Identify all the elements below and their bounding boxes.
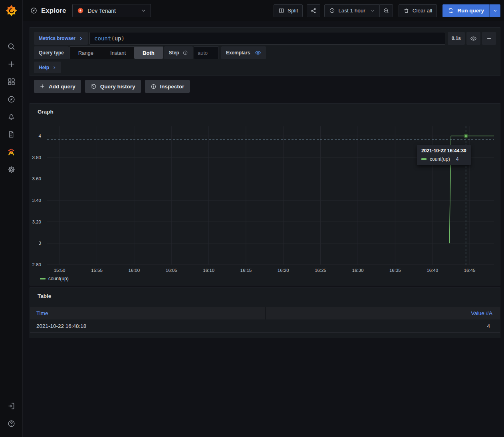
sign-in-icon [7,402,16,410]
step-label: Step [164,46,193,59]
table-cell-value: 4 [265,323,500,329]
clear-all-label: Clear all [413,8,433,14]
sync-icon [448,8,454,14]
svg-text:3: 3 [39,241,41,245]
table-header-row: Time Value #A [30,307,500,319]
help-circle-icon [7,419,16,428]
query-editor-panel: Metrics browser count(up) 0.1s [30,27,500,76]
page-title: Explore [41,7,66,15]
datasource-picker[interactable]: Dev Tenant [72,4,151,17]
query-expression-input[interactable]: count(up) [89,32,445,45]
split-button[interactable]: Split [274,4,303,17]
sidebar-item-dashboards[interactable] [3,74,19,90]
query-history-button[interactable]: Query history [85,80,141,93]
metrics-browser-button[interactable]: Metrics browser [34,32,88,45]
share-icon [310,8,317,14]
table-row: 2021-10-22 16:48:18 4 [30,319,500,333]
sidebar-item-help[interactable] [3,415,19,431]
query-paren-token: ) [121,35,125,42]
query-type-label: Query type [34,46,69,59]
query-row: Metrics browser count(up) 0.1s [34,32,496,45]
trash-icon [403,8,409,14]
exemplars-toggle: Exemplars [221,46,266,59]
svg-text:3.80: 3.80 [32,155,41,160]
graph-legend-item[interactable]: count(up) [40,276,69,281]
info-circle-icon [183,50,188,56]
split-label: Split [288,8,298,14]
svg-text:3.60: 3.60 [32,176,41,181]
clock-icon [329,8,335,14]
add-query-label: Add query [49,84,75,90]
table-panel-title: Table [38,293,51,299]
inspector-button[interactable]: Inspector [145,80,190,93]
query-type-both[interactable]: Both [134,47,163,59]
chevron-right-icon [79,36,83,41]
remove-query-button[interactable] [482,32,496,45]
sidebar-item-sign-in[interactable] [3,398,19,414]
plus-icon [7,60,16,68]
svg-text:16:40: 16:40 [427,268,438,273]
query-paren-token: ( [111,35,114,42]
table-header-value[interactable]: Value #A [266,307,500,319]
query-function-token: count [94,35,111,42]
time-range-picker[interactable]: Last 1 hour [324,4,380,17]
explore-compass-icon [7,95,16,104]
legend-series-label: count(up) [48,276,69,281]
explore-compass-icon [30,7,38,14]
table-panel: Table Time Value #A 2021-10-22 16:48:18 … [30,287,500,338]
sidebar-item-explore[interactable] [3,91,19,107]
grafana-explore-app: Explore Dev Tenant Split [0,0,504,437]
sidebar-item-docs[interactable] [3,126,19,142]
settings-gear-icon [7,166,16,174]
run-query-label: Run query [457,8,484,14]
time-controls: Last 1 hour [324,4,393,17]
query-elapsed-time: 0.1s [448,32,465,45]
clear-all-button[interactable]: Clear all [399,4,437,17]
sidebar-item-mimir[interactable] [3,144,19,160]
exemplars-label-text: Exemplars [226,50,250,56]
table-cell-time: 2021-10-22 16:48:18 [30,323,265,329]
svg-text:16:45: 16:45 [464,268,476,273]
query-type-selector: Range Instant Both [69,46,163,59]
step-label-text: Step [169,50,179,56]
document-icon [7,130,15,138]
topbar: Explore Dev Tenant Split [23,0,504,21]
plus-icon [40,84,45,89]
tooltip-series-label: count(up) [430,156,450,162]
page-header: Explore [30,7,66,15]
graph-canvas[interactable]: 43.803.603.403.2032.8015:5015:5516:0016:… [30,104,500,285]
share-button[interactable] [307,4,320,17]
zoom-out-button[interactable] [380,4,393,17]
svg-text:4: 4 [39,134,42,138]
svg-text:2.80: 2.80 [32,262,41,267]
run-query-main[interactable]: Run query [442,4,489,17]
help-button[interactable]: Help [34,62,61,73]
run-query-button: Run query [442,4,500,17]
sidebar-item-settings[interactable] [3,162,19,178]
svg-text:16:15: 16:15 [240,268,252,273]
sidebar-item-create[interactable] [3,56,19,72]
svg-text:16:05: 16:05 [166,268,177,273]
sidebar [0,0,23,437]
zoom-out-icon [383,8,389,14]
chevron-down-icon [370,8,375,13]
query-type-instant[interactable]: Instant [102,47,134,59]
sidebar-item-alerting[interactable] [3,109,19,125]
exemplars-eye-icon[interactable] [255,50,261,56]
query-type-range[interactable]: Range [70,47,102,59]
grafana-logo[interactable] [3,2,19,18]
query-argument-token: up [115,35,121,42]
sidebar-item-search[interactable] [3,38,19,54]
svg-text:16:20: 16:20 [278,268,289,273]
svg-text:16:30: 16:30 [352,268,364,273]
svg-text:16:25: 16:25 [315,268,326,273]
toggle-visibility-button[interactable] [466,32,480,45]
query-actions-row: Add query Query history Inspector [34,80,190,93]
graph-panel: Graph 43.803.603.403.2032.8015:5015:5516… [30,103,500,285]
run-query-dropdown[interactable] [489,4,500,17]
svg-text:15:55: 15:55 [91,268,103,273]
step-input[interactable] [194,46,219,59]
table-header-time[interactable]: Time [30,307,265,319]
add-query-button[interactable]: Add query [34,80,81,93]
chevron-down-icon [141,8,146,13]
